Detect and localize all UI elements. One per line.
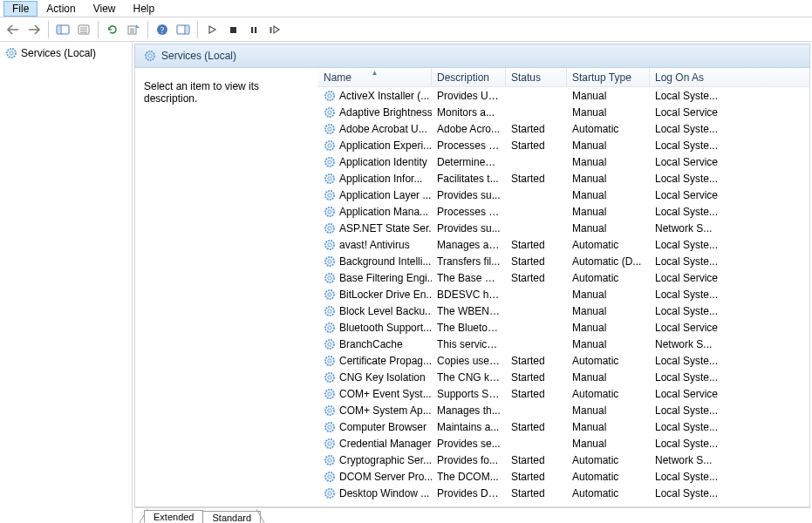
service-startup-type: Manual	[567, 206, 650, 218]
refresh-button[interactable]	[103, 20, 122, 39]
service-status: Started	[506, 272, 567, 284]
service-name: ASP.NET State Ser...	[339, 222, 432, 234]
forward-button[interactable]	[24, 20, 44, 39]
menu-help[interactable]: Help	[125, 1, 164, 17]
service-startup-type: Manual	[567, 106, 650, 119]
properties-button[interactable]	[74, 20, 93, 39]
service-name: COM+ System Ap...	[339, 404, 432, 417]
services-gear-icon	[5, 47, 17, 59]
service-gear-icon	[324, 106, 336, 119]
service-description: Provides su...	[432, 222, 506, 234]
list-rows[interactable]: ActiveX Installer (...Provides Us...Manu…	[318, 87, 809, 506]
service-startup-type: Automatic	[567, 454, 650, 466]
svg-text:?: ?	[160, 24, 165, 34]
service-description: Processes in...	[432, 206, 506, 218]
table-row[interactable]: COM+ System Ap...Manages th...ManualLoca…	[318, 402, 809, 418]
pause-service-button[interactable]	[244, 20, 263, 39]
service-description: Manages th...	[432, 404, 506, 417]
service-gear-icon	[324, 371, 336, 384]
show-hide-action-pane-button[interactable]	[174, 20, 193, 39]
table-row[interactable]: Application Mana...Processes in...Manual…	[318, 203, 809, 220]
column-header-log-on-as[interactable]: Log On As	[650, 68, 809, 86]
table-row[interactable]: Bluetooth Support...The Bluetoo...Manual…	[318, 319, 809, 336]
table-row[interactable]: Background Intelli...Transfers fil...Sta…	[318, 253, 809, 269]
service-gear-icon	[324, 487, 336, 499]
column-header-name[interactable]: ▲ Name	[318, 68, 432, 86]
service-startup-type: Automatic	[567, 388, 650, 400]
service-description: Transfers fil...	[432, 255, 506, 268]
show-hide-console-tree-button[interactable]	[53, 20, 72, 39]
tree-pane: Services (Local)	[0, 42, 133, 523]
service-startup-type: Manual	[567, 289, 650, 301]
table-row[interactable]: DCOM Server Pro...The DCOM...StartedAuto…	[318, 468, 809, 485]
table-row[interactable]: Desktop Window ...Provides De...StartedA…	[318, 485, 809, 501]
table-row[interactable]: Base Filtering Engi...The Base Fil...Sta…	[318, 269, 809, 286]
service-startup-type: Manual	[567, 438, 650, 450]
service-status: Started	[506, 421, 567, 433]
service-description: Copies user ...	[432, 355, 506, 367]
svg-rect-18	[230, 27, 236, 33]
column-header-startup-type[interactable]: Startup Type	[567, 68, 650, 86]
service-description: Facilitates t...	[432, 173, 506, 185]
service-startup-type: Manual	[567, 305, 650, 317]
service-log-on-as: Local Syste...	[650, 206, 728, 218]
table-row[interactable]: ActiveX Installer (...Provides Us...Manu…	[318, 87, 809, 104]
service-name: Application Identity	[339, 156, 427, 168]
service-log-on-as: Network S...	[650, 454, 728, 466]
restart-service-button[interactable]	[265, 20, 284, 39]
table-row[interactable]: CNG Key IsolationThe CNG ke...StartedMan…	[318, 369, 809, 385]
service-gear-icon	[324, 90, 336, 102]
service-name: COM+ Event Syst...	[339, 388, 432, 400]
service-startup-type: Manual	[567, 90, 650, 102]
table-row[interactable]: Credential ManagerProvides se...ManualLo…	[318, 435, 809, 452]
list-header: ▲ Name Description Status Startup Type L…	[318, 68, 809, 87]
service-log-on-as: Local Syste...	[650, 173, 728, 185]
export-list-button[interactable]	[124, 20, 143, 39]
table-row[interactable]: Cryptographic Ser...Provides fo...Starte…	[318, 452, 809, 468]
table-row[interactable]: BitLocker Drive En...BDESVC hos...Manual…	[318, 286, 809, 302]
column-header-description[interactable]: Description	[432, 68, 506, 86]
start-service-button[interactable]	[202, 20, 222, 39]
service-log-on-as: Local Service	[650, 388, 728, 400]
col-status-label: Status	[511, 71, 541, 84]
back-button[interactable]	[3, 20, 23, 39]
menu-view[interactable]: View	[85, 1, 125, 17]
column-header-status[interactable]: Status	[506, 68, 567, 86]
table-row[interactable]: Application IdentityDetermines ...Manual…	[318, 153, 809, 170]
service-gear-icon	[324, 139, 336, 152]
menu-action[interactable]: Action	[38, 1, 84, 17]
service-startup-type: Manual	[567, 139, 650, 152]
service-name: Cryptographic Ser...	[339, 454, 432, 466]
service-description: The WBENG...	[432, 305, 506, 317]
table-row[interactable]: Computer BrowserMaintains a...StartedMan…	[318, 418, 809, 435]
service-gear-icon	[324, 289, 336, 301]
services-list: ▲ Name Description Status Startup Type L…	[318, 68, 809, 506]
table-row[interactable]: Application Experi...Processes a...Start…	[318, 137, 809, 153]
service-log-on-as: Local Syste...	[650, 355, 728, 367]
service-gear-icon	[324, 305, 336, 317]
service-log-on-as: Local Syste...	[650, 90, 728, 102]
menu-file[interactable]: File	[3, 1, 38, 17]
service-startup-type: Automatic	[567, 272, 650, 284]
stop-service-button[interactable]	[223, 20, 242, 39]
svg-rect-19	[251, 27, 253, 33]
table-row[interactable]: COM+ Event Syst...Supports Sy...StartedA…	[318, 385, 809, 402]
tab-extended[interactable]: Extended	[144, 510, 203, 523]
help-button[interactable]: ?	[153, 20, 172, 39]
table-row[interactable]: Adobe Acrobat U...Adobe Acro...StartedAu…	[318, 120, 809, 137]
service-log-on-as: Local Syste...	[650, 421, 728, 433]
table-row[interactable]: Application Infor...Facilitates t...Star…	[318, 170, 809, 187]
table-row[interactable]: ASP.NET State Ser...Provides su...Manual…	[318, 220, 809, 236]
service-name: Bluetooth Support...	[339, 322, 432, 334]
tree-root-services-local[interactable]: Services (Local)	[0, 45, 132, 61]
table-row[interactable]: Adaptive BrightnessMonitors a...ManualLo…	[318, 104, 809, 120]
tab-standard[interactable]: Standard	[202, 511, 261, 523]
service-log-on-as: Local Service	[650, 189, 728, 201]
tree-root-label: Services (Local)	[21, 47, 96, 59]
table-row[interactable]: Certificate Propag...Copies user ...Star…	[318, 352, 809, 369]
table-row[interactable]: BranchCacheThis service ...ManualNetwork…	[318, 336, 809, 352]
table-row[interactable]: avast! AntivirusManages an...StartedAuto…	[318, 236, 809, 253]
table-row[interactable]: Application Layer ...Provides su...Manua…	[318, 187, 809, 203]
table-row[interactable]: Block Level Backu...The WBENG...ManualLo…	[318, 302, 809, 319]
menu-bar: File Action View Help	[0, 0, 812, 17]
